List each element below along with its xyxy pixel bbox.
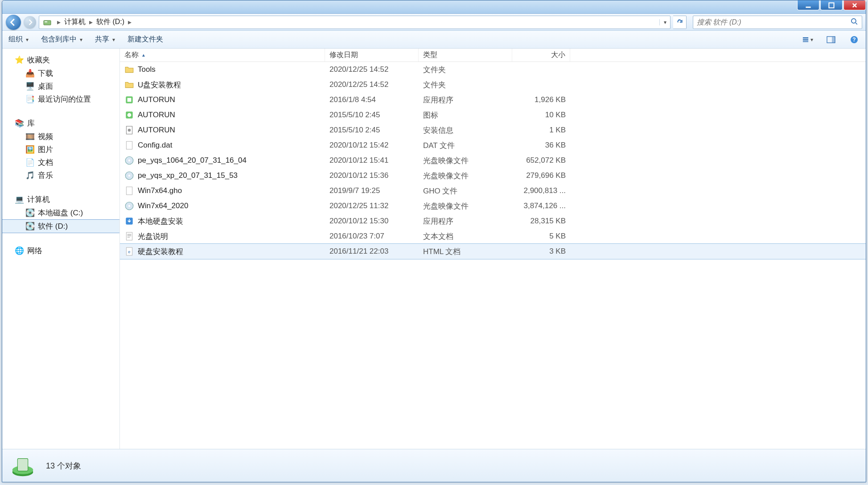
file-name: 本地硬盘安装	[138, 216, 183, 226]
search-input[interactable]	[697, 18, 850, 26]
search-icon[interactable]	[850, 17, 858, 27]
file-row[interactable]: pe_yqs_xp_20_07_31_15_532020/10/12 15:36…	[120, 168, 866, 183]
new-folder-label: 新建文件夹	[128, 35, 163, 44]
file-date: 2020/10/12 15:30	[325, 217, 419, 226]
document-icon: 📄	[25, 158, 34, 167]
file-row[interactable]: Config.dat2020/10/12 15:42DAT 文件36 KB	[120, 138, 866, 153]
help-button[interactable]: ?	[849, 34, 860, 45]
sidebar-item-label: 图片	[38, 144, 53, 155]
network-header[interactable]: 🌐网络	[2, 244, 119, 258]
file-type: HTML 文档	[419, 247, 512, 257]
file-row[interactable]: pe_yqs_1064_20_07_31_16_042020/10/12 15:…	[120, 153, 866, 168]
include-in-library-menu[interactable]: 包含到库中	[41, 35, 82, 44]
forward-button[interactable]	[24, 16, 36, 29]
file-size: 28,315 KB	[512, 217, 570, 226]
file-type: DAT 文件	[419, 140, 512, 151]
file-row[interactable]: Tools2020/12/25 14:52文件夹	[120, 62, 866, 77]
column-size-label: 大小	[551, 50, 565, 60]
svg-point-15	[128, 113, 132, 117]
column-type-label: 类型	[423, 50, 437, 60]
column-size[interactable]: 大小	[512, 49, 570, 62]
sidebar-item-music[interactable]: 🎵音乐	[2, 169, 119, 182]
svg-point-17	[128, 129, 131, 132]
column-date[interactable]: 修改日期	[325, 49, 419, 62]
file-row[interactable]: AUTORUN2015/5/10 2:45图标10 KB	[120, 107, 866, 123]
file-name: Win7x64.gho	[138, 186, 182, 195]
refresh-button[interactable]	[673, 16, 687, 29]
new-folder-button[interactable]: 新建文件夹	[128, 35, 163, 44]
file-date: 2016/1/8 4:54	[325, 95, 419, 104]
file-list[interactable]: 名称▲ 修改日期 类型 大小 Tools2020/12/25 14:52文件夹U…	[120, 49, 866, 449]
svg-rect-0	[806, 6, 810, 8]
file-type-icon	[124, 216, 134, 226]
sidebar-item-downloads[interactable]: 📥下载	[2, 67, 119, 80]
file-type: 文本文档	[419, 231, 512, 242]
close-button[interactable]	[843, 0, 866, 10]
file-row[interactable]: AUTORUN2016/1/8 4:54应用程序1,926 KB	[120, 92, 866, 107]
organize-menu[interactable]: 组织	[8, 35, 29, 44]
chevron-right-icon[interactable]: ▸	[126, 18, 133, 26]
maximize-button[interactable]	[820, 0, 843, 10]
share-menu[interactable]: 共享	[95, 35, 115, 44]
column-name[interactable]: 名称▲	[120, 49, 325, 62]
file-date: 2020/10/12 15:42	[325, 141, 419, 150]
file-type-icon	[124, 201, 134, 211]
svg-rect-9	[832, 37, 835, 43]
nav-bar: ▸ 计算机 ▸ 软件 (D:) ▸ ▾	[2, 14, 866, 31]
chevron-right-icon[interactable]: ▸	[55, 18, 62, 26]
search-box[interactable]	[693, 16, 862, 29]
column-type[interactable]: 类型	[419, 49, 512, 62]
sidebar-item-label: 最近访问的位置	[38, 94, 91, 104]
file-date: 2016/11/21 22:03	[325, 247, 419, 256]
favorites-header[interactable]: ⭐收藏夹	[2, 53, 119, 67]
file-row[interactable]: Win7x64_20202020/12/25 11:32光盘映像文件3,874,…	[120, 198, 866, 214]
file-name: pe_yqs_1064_20_07_31_16_04	[138, 156, 247, 165]
file-type: 应用程序	[419, 216, 512, 226]
file-name: pe_yqs_xp_20_07_31_15_53	[138, 171, 238, 180]
computer-icon: 💻	[15, 195, 24, 204]
address-dropdown[interactable]: ▾	[659, 19, 670, 25]
file-name: 硬盘安装教程	[138, 247, 183, 257]
sidebar-item-drive-c[interactable]: 💽本地磁盘 (C:)	[2, 206, 119, 219]
command-bar: 组织 包含到库中 共享 新建文件夹 ?	[2, 31, 866, 49]
file-row[interactable]: Win7x64.gho2019/9/7 19:25GHO 文件2,900,813…	[120, 183, 866, 198]
sidebar-item-drive-d[interactable]: 💽软件 (D:)	[2, 219, 119, 233]
back-button[interactable]	[6, 15, 21, 30]
file-row[interactable]: U盘安装教程2020/12/25 14:52文件夹	[120, 77, 866, 92]
file-size: 2,900,813 ...	[512, 186, 570, 195]
window-controls	[797, 0, 866, 10]
file-date: 2020/12/25 11:32	[325, 201, 419, 210]
libraries-group: 📚库 🎞️视频 🖼️图片 📄文档 🎵音乐	[2, 116, 119, 182]
nav-pane[interactable]: ⭐收藏夹 📥下载 🖥️桌面 📑最近访问的位置 📚库 🎞️视频 🖼️图片 📄文档 …	[2, 49, 120, 449]
chevron-right-icon[interactable]: ▸	[87, 18, 95, 26]
sidebar-item-documents[interactable]: 📄文档	[2, 156, 119, 169]
sidebar-item-desktop[interactable]: 🖥️桌面	[2, 80, 119, 93]
sidebar-item-videos[interactable]: 🎞️视频	[2, 130, 119, 143]
address-bar[interactable]: ▸ 计算机 ▸ 软件 (D:) ▸ ▾	[39, 16, 671, 29]
breadcrumb-computer[interactable]: 计算机	[62, 17, 87, 27]
file-type-icon	[124, 171, 134, 181]
file-name: AUTORUN	[138, 126, 175, 135]
svg-rect-13	[128, 98, 132, 102]
sidebar-item-recent[interactable]: 📑最近访问的位置	[2, 93, 119, 106]
file-row[interactable]: e硬盘安装教程2016/11/21 22:03HTML 文档3 KB	[120, 244, 866, 259]
file-date: 2019/9/7 19:25	[325, 186, 419, 195]
drive-icon: 💽	[25, 209, 34, 218]
file-row[interactable]: 本地硬盘安装2020/10/12 15:30应用程序28,315 KB	[120, 214, 866, 229]
preview-pane-button[interactable]	[826, 34, 836, 45]
file-row[interactable]: 光盘说明2016/10/23 7:07文本文档5 KB	[120, 229, 866, 244]
sidebar-item-label: 视频	[38, 132, 53, 142]
breadcrumb-drive[interactable]: 软件 (D:)	[95, 17, 126, 27]
file-type: 光盘映像文件	[419, 156, 512, 166]
libraries-header[interactable]: 📚库	[2, 116, 119, 130]
minimize-button[interactable]	[797, 0, 819, 10]
file-type: GHO 文件	[419, 186, 512, 196]
sidebar-item-pictures[interactable]: 🖼️图片	[2, 143, 119, 156]
computer-header[interactable]: 💻计算机	[2, 193, 119, 206]
column-headers: 名称▲ 修改日期 类型 大小	[120, 49, 866, 62]
file-size: 3 KB	[512, 247, 570, 256]
file-row[interactable]: AUTORUN2015/5/10 2:45安装信息1 KB	[120, 123, 866, 138]
title-bar[interactable]	[2, 0, 866, 14]
breadcrumb: ▸ 计算机 ▸ 软件 (D:) ▸	[55, 17, 659, 27]
view-menu[interactable]	[802, 34, 813, 45]
